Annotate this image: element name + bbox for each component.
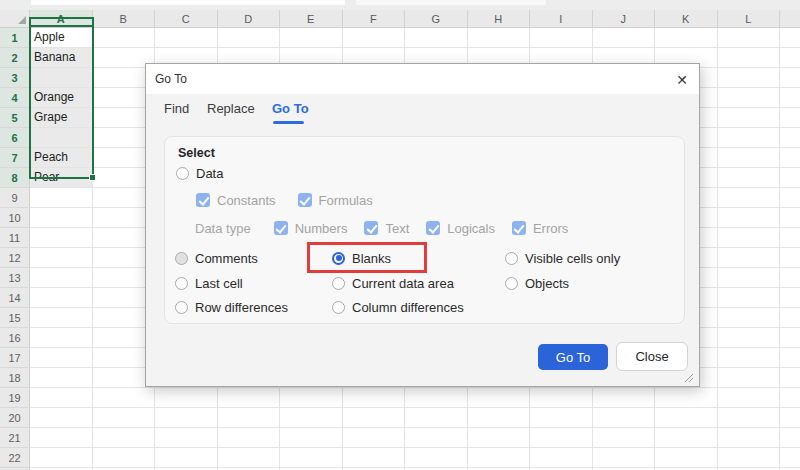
cell-overflow15[interactable] <box>780 308 800 328</box>
radio-objects[interactable]: Objects <box>505 275 569 291</box>
tab-find[interactable]: Find <box>164 101 189 116</box>
cell-E19[interactable] <box>280 388 343 408</box>
row-header-1[interactable]: 1 <box>0 28 30 48</box>
radio-current-data-area[interactable]: Current data area <box>332 275 454 291</box>
cell-overflow17[interactable] <box>780 348 800 368</box>
row-header-6[interactable]: 6 <box>0 128 30 148</box>
row-header-10[interactable]: 10 <box>0 208 30 228</box>
row-header-17[interactable]: 17 <box>0 348 30 368</box>
cell-A22[interactable] <box>30 448 93 468</box>
cell-J19[interactable] <box>593 388 656 408</box>
cell-L5[interactable] <box>718 108 781 128</box>
cell-K22[interactable] <box>655 448 718 468</box>
cell-C22[interactable] <box>155 448 218 468</box>
radio-row-differences[interactable]: Row differences <box>175 299 288 315</box>
radio-data[interactable]: Data <box>176 165 223 181</box>
cell-overflow1[interactable] <box>780 28 800 48</box>
cell-A17[interactable] <box>30 348 93 368</box>
cell-L2[interactable] <box>718 48 781 68</box>
cell-C21[interactable] <box>155 428 218 448</box>
cell-D19[interactable] <box>218 388 281 408</box>
row-header-5[interactable]: 5 <box>0 108 30 128</box>
cell-E20[interactable] <box>280 408 343 428</box>
cell-D21[interactable] <box>218 428 281 448</box>
cell-K20[interactable] <box>655 408 718 428</box>
cell-L7[interactable] <box>718 148 781 168</box>
cell-A16[interactable] <box>30 328 93 348</box>
checkbox-numbers[interactable]: Numbers <box>274 220 348 236</box>
cell-L11[interactable] <box>718 228 781 248</box>
cell-A13[interactable] <box>30 268 93 288</box>
cell-A12[interactable] <box>30 248 93 268</box>
cell-overflow10[interactable] <box>780 208 800 228</box>
radio-visible-cells-only[interactable]: Visible cells only <box>505 250 620 266</box>
cell-A18[interactable] <box>30 368 93 388</box>
cell-K1[interactable] <box>655 28 718 48</box>
cell-L15[interactable] <box>718 308 781 328</box>
column-header-K[interactable]: K <box>655 10 718 28</box>
cell-overflow7[interactable] <box>780 148 800 168</box>
cell-K19[interactable] <box>655 388 718 408</box>
column-header-J[interactable]: J <box>593 10 656 28</box>
cell-overflow20[interactable] <box>780 408 800 428</box>
cell-I21[interactable] <box>530 428 593 448</box>
go-to-button[interactable]: Go To <box>538 344 608 370</box>
cell-J21[interactable] <box>593 428 656 448</box>
cell-overflow4[interactable] <box>780 88 800 108</box>
cell-overflow9[interactable] <box>780 188 800 208</box>
cell-overflow6[interactable] <box>780 128 800 148</box>
cell-A11[interactable] <box>30 228 93 248</box>
cell-G19[interactable] <box>405 388 468 408</box>
close-button[interactable]: Close <box>616 342 688 371</box>
cell-J22[interactable] <box>593 448 656 468</box>
checkbox-errors[interactable]: Errors <box>512 220 568 236</box>
cell-L13[interactable] <box>718 268 781 288</box>
row-header-9[interactable]: 9 <box>0 188 30 208</box>
cell-I20[interactable] <box>530 408 593 428</box>
cell-overflow13[interactable] <box>780 268 800 288</box>
cell-overflow2[interactable] <box>780 48 800 68</box>
column-header-A[interactable]: A <box>30 10 93 28</box>
radio-blanks[interactable]: Blanks <box>332 250 391 266</box>
cell-H1[interactable] <box>468 28 531 48</box>
cell-I1[interactable] <box>530 28 593 48</box>
cell-L10[interactable] <box>718 208 781 228</box>
column-header-L[interactable]: L <box>718 10 781 28</box>
cell-A9[interactable] <box>30 188 93 208</box>
cell-A7[interactable]: Peach <box>30 148 93 168</box>
cell-K21[interactable] <box>655 428 718 448</box>
row-header-3[interactable]: 3 <box>0 68 30 88</box>
row-header-2[interactable]: 2 <box>0 48 30 68</box>
cell-F20[interactable] <box>343 408 406 428</box>
row-header-20[interactable]: 20 <box>0 408 30 428</box>
resize-handle-icon[interactable] <box>681 369 694 382</box>
column-header-overflow[interactable] <box>780 10 800 28</box>
cell-H19[interactable] <box>468 388 531 408</box>
cell-A6[interactable] <box>30 128 93 148</box>
tab-replace[interactable]: Replace <box>207 101 255 116</box>
cell-H20[interactable] <box>468 408 531 428</box>
cell-G21[interactable] <box>405 428 468 448</box>
cell-overflow3[interactable] <box>780 68 800 88</box>
checkbox-text[interactable]: Text <box>364 220 409 236</box>
cell-L12[interactable] <box>718 248 781 268</box>
checkbox-constants[interactable]: Constants <box>196 192 276 208</box>
column-header-C[interactable]: C <box>155 10 218 28</box>
column-header-D[interactable]: D <box>218 10 281 28</box>
cell-B20[interactable] <box>93 408 156 428</box>
cell-H21[interactable] <box>468 428 531 448</box>
column-header-F[interactable]: F <box>343 10 406 28</box>
checkbox-logicals[interactable]: Logicals <box>426 220 495 236</box>
cell-L18[interactable] <box>718 368 781 388</box>
row-header-13[interactable]: 13 <box>0 268 30 288</box>
tab-go-to[interactable]: Go To <box>272 101 309 116</box>
cell-B22[interactable] <box>93 448 156 468</box>
dialog-titlebar[interactable]: Go To <box>146 64 699 94</box>
cell-overflow22[interactable] <box>780 448 800 468</box>
cell-E1[interactable] <box>280 28 343 48</box>
cell-L16[interactable] <box>718 328 781 348</box>
column-header-B[interactable]: B <box>93 10 156 28</box>
cell-A8[interactable]: Pear <box>30 168 93 188</box>
column-header-H[interactable]: H <box>468 10 531 28</box>
cell-A14[interactable] <box>30 288 93 308</box>
